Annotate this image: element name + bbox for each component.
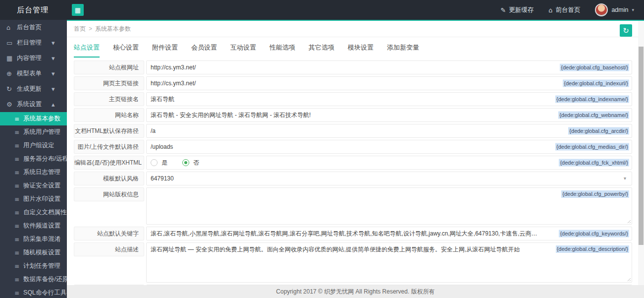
sidebar-subitem-cron-tasks[interactable]: ≡计划任务管理 [0,259,67,273]
sidebar-subitem-image-watermark[interactable]: ≡图片水印设置 [0,192,67,206]
menu-bars-icon: ≡ [14,129,19,136]
sidebar-subitem-system-user-manage[interactable]: ≡系统用户管理 [0,125,67,139]
sidebar-subitem-anti-collect[interactable]: ≡防采集串混淆 [0,233,67,246]
update-cache-button[interactable]: ✎ 更新缓存 [500,6,534,14]
breadcrumb-home[interactable]: 首页 [74,25,86,32]
menu-bars-icon: ≡ [14,263,19,270]
refresh-icon: ↻ [623,26,629,35]
field-value: 滚石导航 - 安全实用的网址导航 - 滚石导航网 - 滚石技术导航! [151,109,405,121]
menu-bars-icon: ≡ [14,169,19,176]
chevron-icon: ▾ [52,85,62,93]
homepage-link-input[interactable]: http://cs.ym3.net/{dede:global.cfg_index… [146,76,632,90]
user-menu[interactable]: admin ▾ [595,3,634,16]
settings-tabs: 站点设置核心设置附件设置会员设置互动设置性能选项其它选项模块设置添加新变量 [67,37,644,58]
sidebar-item-model-form[interactable]: ⊕模型表单▾ [0,66,67,81]
radio-option-1[interactable]: 否 [182,156,199,169]
resize-handle-icon[interactable] [626,219,631,223]
sidebar-item-admin-home[interactable]: ⌂后台首页 [0,20,67,35]
menu-bars-icon: ≡ [14,276,19,283]
radio-option-0[interactable]: 是 [151,156,167,169]
sidebar-subitem-label: 计划任务管理 [23,262,60,270]
menu-bars-icon: ≡ [14,236,19,243]
html-save-path-input[interactable]: /a{dede:global.cfg_arcdir/} [146,124,632,138]
homepage-link-name-input[interactable]: 滚石导航{dede:global.cfg_indexname/} [146,92,632,106]
sidebar-item-generate-update[interactable]: ↻生成更新▾ [0,81,67,97]
sidebar-subitem-software-channel[interactable]: ≡软件频道设置 [0,219,67,233]
globe-icon: ⊕ [6,70,17,77]
chevron-icon: ▾ [52,70,62,77]
monitor-icon: ▭ [6,39,17,47]
form-row-site-keywords: 站点默认关键字滚石,滚石导航,小黑屋导航,滚石网址导航,滚石导航网,滚石分享吧,… [74,227,632,240]
sidebar-subitem-user-group-settings[interactable]: ≡用户组设定 [0,139,67,152]
dede-tag: {dede:global.cfg_indexname/} [555,96,629,103]
tab-attachment-settings[interactable]: 附件设置 [152,43,178,58]
sidebar-subitem-label: 服务器分布/远程 [23,155,67,163]
tab-interaction-settings[interactable]: 互动设置 [230,43,256,58]
site-name-input[interactable]: 滚石导航 - 安全实用的网址导航 - 滚石导航网 - 滚石技术导航!{dede:… [146,108,632,122]
site-base-url-input[interactable]: http://cs.ym3.net/{dede:global.cfg_baseh… [146,60,632,74]
template-style-input[interactable]: 6479130▾ [146,172,632,185]
field-label: 模板默认风格 [74,172,144,185]
sidebar-subitem-sql-cli[interactable]: ≡SQL命令行工具 [0,286,67,298]
field-value: 6479130 [151,175,174,182]
grid-icon[interactable]: ▦ [72,4,84,16]
tab-performance-options[interactable]: 性能选项 [269,43,295,58]
chevron-down-icon: ▾ [632,7,634,12]
menu-bars-icon: ≡ [14,223,19,230]
gear-icon: ⚙ [6,101,17,108]
tab-core-settings[interactable]: 核心设置 [113,43,139,58]
tab-add-new-variable[interactable]: 添加新变量 [387,43,419,58]
field-label: 站点根网址 [74,60,144,74]
sidebar-item-category-manage[interactable]: ▭栏目管理▾ [0,35,67,51]
site-description-input[interactable]: 滚石网址导航 — 安全实用的免费上网导航。面向全网收录内容优质的网站,提供简单便… [146,242,632,283]
field-label: 主页链接名 [74,92,144,106]
sidebar-subitem-verify-security[interactable]: ≡验证安全设置 [0,179,67,192]
sidebar-subitem-db-backup[interactable]: ≡数据库备份/还原 [0,273,67,286]
breadcrumb: 首页>系统基本参数 [67,21,644,37]
sidebar-subitem-system-basic-params[interactable]: ≡系统基本参数 [0,112,67,125]
sidebar-subitem-server-distribution[interactable]: ≡服务器分布/远程 [0,152,67,166]
site-keywords-input[interactable]: 滚石,滚石导航,小黑屋导航,滚石网址导航,滚石导航网,滚石分享吧,网址导航,技术… [146,227,632,240]
sidebar-subitem-random-template[interactable]: ≡随机模板设置 [0,246,67,259]
form-row-html-save-path: 文档HTML默认保存路径/a{dede:global.cfg_arcdir/} [74,124,632,138]
refresh-button[interactable]: ↻ [620,24,632,37]
tab-member-settings[interactable]: 会员设置 [191,43,217,58]
field-value: http://cs.ym3.net/ [151,77,290,90]
field-value: http://cs.ym3.net/ [151,61,290,74]
sidebar-subitem-custom-doc-attrs[interactable]: ≡自定义文档属性 [0,206,67,219]
sidebar-subitem-label: 防采集串混淆 [23,235,60,243]
field-label: 站点默认关键字 [74,227,144,240]
sidebar-item-label: 后台首页 [17,23,62,32]
form-row-upload-path: 图片/上传文件默认路径/uploads{dede:global.cfg_medi… [74,140,632,154]
scrollbar-thumb[interactable] [639,47,644,245]
editor-xhtml-input[interactable]: 是否{dede:global.cfg_fck_xhtml/} [146,156,632,170]
upload-path-input[interactable]: /uploads{dede:global.cfg_medias_dir/} [146,140,632,154]
radio-label: 否 [193,156,199,169]
resize-handle-icon[interactable] [626,277,631,281]
field-label: 站点描述 [74,242,144,256]
dede-tag: {dede:global.cfg_webname/} [558,112,629,119]
sidebar-subitem-label: 随机模板设置 [23,248,60,257]
tab-site-settings[interactable]: 站点设置 [74,43,100,58]
frontend-home-button[interactable]: ⌂ 前台首页 [548,6,580,14]
form-row-site-description: 站点描述滚石网址导航 — 安全实用的免费上网导航。面向全网收录内容优质的网站,提… [74,242,632,283]
footer: Copyright 2017 © 织梦无忧网 All Rights Reserv… [67,285,644,298]
tab-module-settings[interactable]: 模块设置 [348,43,374,58]
field-label: 网站版权信息 [74,187,144,201]
dede-tag: {dede:global.cfg_indexurl/} [563,80,629,87]
menu-bars-icon: ≡ [14,182,19,189]
sidebar-subitem-system-log-manage[interactable]: ≡系统日志管理 [0,166,67,179]
settings-form: 站点根网址http://cs.ym3.net/{dede:global.cfg_… [67,58,644,298]
sidebar-item-system-settings[interactable]: ⚙系统设置▴ [0,97,67,112]
scrollbar[interactable] [638,21,644,285]
home-icon: ⌂ [6,24,17,31]
site-copyright-input[interactable]: {dede:global.cfg_powerby/} [146,187,632,225]
sidebar-item-content-manage[interactable]: ▦内容管理▾ [0,51,67,66]
sidebar: ⌂后台首页▭栏目管理▾▦内容管理▾⊕模型表单▾↻生成更新▾⚙系统设置▴ ≡系统基… [0,20,67,298]
topbar-right: ✎ 更新缓存 ⌂ 前台首页 admin ▾ [500,3,644,16]
tab-other-options[interactable]: 其它选项 [309,43,334,58]
chevron-icon: ▾ [52,55,62,62]
menu-bars-icon: ≡ [14,142,19,149]
brush-icon: ✎ [500,6,506,14]
username: admin [611,6,628,13]
